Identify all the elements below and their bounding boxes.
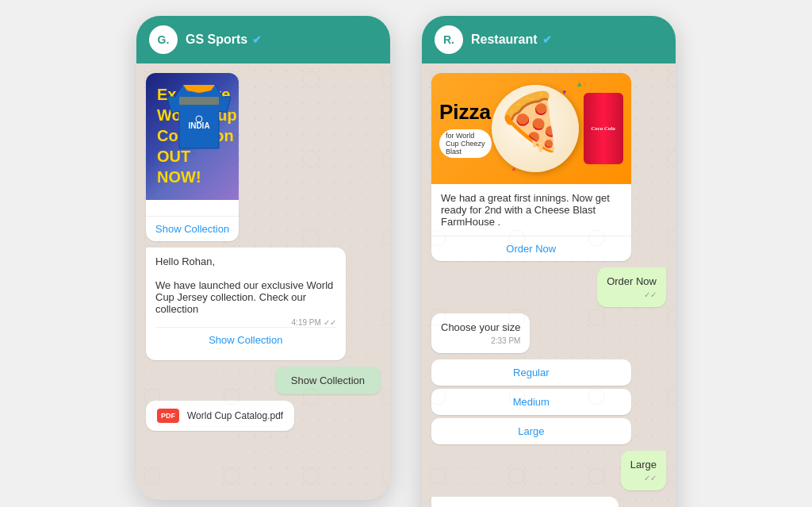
confetti-3: ▲: [511, 165, 517, 172]
confetti-1: ▲: [576, 79, 584, 88]
app-container: G. GS Sports ✔ ExclusiveWorld CupCollect…: [0, 0, 812, 507]
verified-icon-left: ✔: [252, 33, 262, 46]
large-time: ✓✓: [630, 474, 657, 482]
confetti-2: ▼: [561, 89, 568, 96]
pizza-title: Pizza: [439, 100, 492, 125]
order-now-link[interactable]: Order Now: [431, 236, 631, 261]
coke-can: [584, 93, 623, 164]
show-collection-reply: Show Collection: [275, 367, 381, 394]
choose-size-bubble: Choose your size 2:33 PM: [431, 313, 530, 353]
verified-icon-right: ✔: [542, 33, 552, 46]
left-phone: G. GS Sports ✔ ExclusiveWorld CupCollect…: [136, 16, 390, 500]
pizza-circle: [492, 85, 579, 172]
left-phone-header: G. GS Sports ✔: [136, 16, 390, 63]
right-phone: R. Restaurant ✔ Pizza for World Cup Chee…: [422, 16, 676, 507]
left-header-name: GS Sports ✔: [186, 33, 262, 47]
right-chat-area: Pizza for World Cup Cheezy Blast ▲ ▼ ▲: [422, 63, 676, 507]
order-time: ✓✓: [607, 290, 657, 299]
choose-size-time: 2:33 PM: [441, 336, 520, 345]
size-large[interactable]: Large: [431, 418, 631, 444]
pizza-media-bubble: Pizza for World Cup Cheezy Blast ▲ ▼ ▲: [431, 73, 631, 261]
show-collection-link-2[interactable]: Show Collection: [155, 327, 336, 352]
left-chat-area: ExclusiveWorld CupCollectionOUT NOW! IND…: [136, 63, 390, 500]
choose-size-text: Choose your size: [441, 321, 520, 333]
size-options: Regular Medium Large: [431, 359, 631, 444]
greeting-text: Hello Rohan, We have launched our exclus…: [155, 255, 336, 315]
greeting-bubble: Hello Rohan, We have launched our exclus…: [146, 248, 346, 360]
order-now-reply: Order Now ✓✓: [597, 267, 666, 307]
pdf-bubble[interactable]: PDF World Cup Catalog.pdf: [146, 401, 294, 431]
left-avatar: G.: [149, 25, 178, 54]
coke-question-bubble: Great! Should we pair it with a coke? 2:…: [431, 497, 619, 507]
pizza-image-content: Pizza for World Cup Cheezy Blast: [431, 73, 631, 184]
jersey-media-bubble: ExclusiveWorld CupCollectionOUT NOW! IND…: [146, 73, 239, 241]
greeting-time: 4:19 PM ✓✓: [155, 318, 336, 327]
svg-text:INDIA: INDIA: [189, 121, 210, 130]
jersey-image: ExclusiveWorld CupCollectionOUT NOW! IND…: [146, 73, 239, 200]
large-reply: Large ✓✓: [621, 451, 666, 490]
pizza-subtitle: for World Cup Cheezy Blast: [439, 129, 492, 158]
show-collection-link[interactable]: Show Collection: [146, 216, 239, 241]
pizza-left: Pizza for World Cup Cheezy Blast: [439, 100, 492, 158]
size-medium[interactable]: Medium: [431, 389, 631, 415]
pizza-right: [492, 85, 623, 172]
pdf-icon: PDF: [157, 409, 179, 423]
right-avatar: R.: [435, 25, 463, 54]
size-regular[interactable]: Regular: [431, 359, 631, 386]
right-header-name: Restaurant ✔: [471, 33, 552, 47]
right-phone-header: R. Restaurant ✔: [422, 16, 676, 63]
jersey-svg: INDIA: [167, 81, 231, 152]
pizza-image: Pizza for World Cup Cheezy Blast ▲ ▼ ▲: [431, 73, 631, 184]
media-bubble-content: [146, 200, 239, 216]
pizza-body-text: We had a great first innings. Now get re…: [431, 184, 631, 236]
pdf-filename: World Cup Catalog.pdf: [187, 410, 283, 421]
